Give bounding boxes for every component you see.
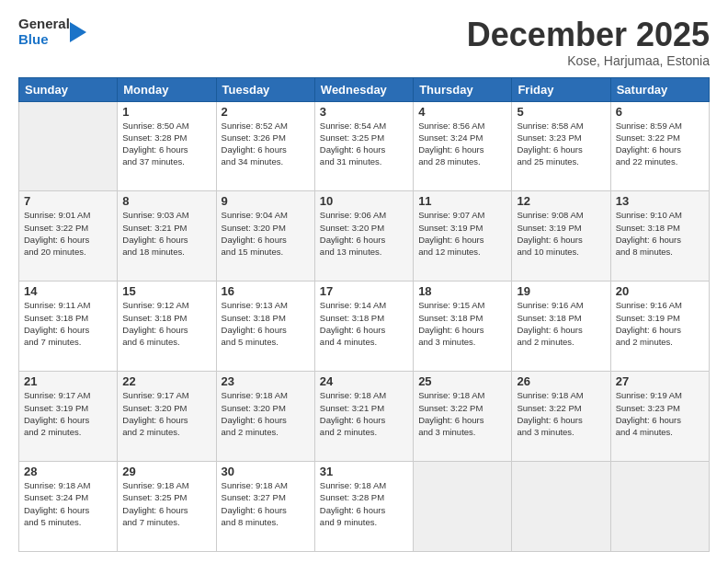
day-info: Sunrise: 9:16 AM Sunset: 3:19 PM Dayligh…: [616, 299, 704, 348]
day-info: Sunrise: 9:18 AM Sunset: 3:22 PM Dayligh…: [418, 389, 506, 438]
calendar-cell: 2Sunrise: 8:52 AM Sunset: 3:26 PM Daylig…: [216, 101, 314, 191]
day-info: Sunrise: 9:18 AM Sunset: 3:20 PM Dayligh…: [222, 389, 310, 438]
calendar-cell: 30Sunrise: 9:18 AM Sunset: 3:27 PM Dayli…: [216, 462, 314, 552]
weekday-header-sunday: Sunday: [19, 77, 118, 101]
calendar-cell: 8Sunrise: 9:03 AM Sunset: 3:21 PM Daylig…: [118, 191, 216, 282]
day-number: 20: [616, 284, 704, 298]
day-number: 17: [320, 284, 408, 298]
calendar-cell: 1Sunrise: 8:50 AM Sunset: 3:28 PM Daylig…: [118, 101, 216, 191]
day-number: 14: [24, 284, 112, 298]
calendar-cell: 17Sunrise: 9:14 AM Sunset: 3:18 PM Dayli…: [314, 282, 413, 372]
calendar-cell: 3Sunrise: 8:54 AM Sunset: 3:25 PM Daylig…: [314, 101, 413, 191]
calendar-cell: 4Sunrise: 8:56 AM Sunset: 3:24 PM Daylig…: [414, 101, 512, 191]
day-info: Sunrise: 8:52 AM Sunset: 3:26 PM Dayligh…: [222, 120, 310, 168]
calendar-cell: 18Sunrise: 9:15 AM Sunset: 3:18 PM Dayli…: [414, 282, 512, 372]
day-info: Sunrise: 9:12 AM Sunset: 3:18 PM Dayligh…: [122, 299, 210, 348]
day-number: 15: [122, 284, 210, 298]
calendar-cell: 29Sunrise: 9:18 AM Sunset: 3:25 PM Dayli…: [118, 462, 216, 552]
month-title: December 2025: [467, 17, 710, 53]
day-info: Sunrise: 9:18 AM Sunset: 3:28 PM Dayligh…: [320, 479, 408, 528]
calendar-cell: 16Sunrise: 9:13 AM Sunset: 3:18 PM Dayli…: [216, 282, 314, 372]
day-info: Sunrise: 9:17 AM Sunset: 3:20 PM Dayligh…: [122, 389, 210, 438]
day-number: 23: [222, 374, 310, 388]
calendar-cell: [610, 462, 709, 552]
day-info: Sunrise: 9:06 AM Sunset: 3:20 PM Dayligh…: [320, 209, 408, 258]
day-number: 2: [222, 105, 310, 119]
day-number: 1: [122, 105, 210, 119]
day-number: 19: [517, 284, 605, 298]
day-number: 12: [517, 194, 605, 208]
page: General Blue December 2025 Kose, Harjuma…: [0, 0, 728, 563]
day-number: 29: [122, 465, 210, 478]
weekday-header-wednesday: Wednesday: [314, 77, 413, 101]
day-number: 21: [24, 374, 112, 388]
calendar-cell: [512, 462, 610, 552]
calendar-cell: 22Sunrise: 9:17 AM Sunset: 3:20 PM Dayli…: [118, 372, 216, 462]
day-info: Sunrise: 9:16 AM Sunset: 3:18 PM Dayligh…: [517, 299, 605, 348]
day-number: 13: [616, 194, 704, 208]
calendar-cell: 6Sunrise: 8:59 AM Sunset: 3:22 PM Daylig…: [610, 101, 709, 191]
weekday-header-friday: Friday: [512, 77, 610, 101]
day-info: Sunrise: 9:03 AM Sunset: 3:21 PM Dayligh…: [122, 209, 210, 258]
day-info: Sunrise: 9:17 AM Sunset: 3:19 PM Dayligh…: [24, 389, 112, 438]
weekday-header-monday: Monday: [118, 77, 216, 101]
day-number: 27: [616, 374, 704, 388]
day-info: Sunrise: 9:18 AM Sunset: 3:24 PM Dayligh…: [24, 479, 112, 528]
day-number: 11: [418, 194, 506, 208]
weekday-header-tuesday: Tuesday: [216, 77, 314, 101]
weekday-row: SundayMondayTuesdayWednesdayThursdayFrid…: [19, 77, 710, 101]
day-number: 16: [222, 284, 310, 298]
calendar-cell: 12Sunrise: 9:08 AM Sunset: 3:19 PM Dayli…: [512, 191, 610, 282]
logo-line2: Blue: [18, 32, 70, 48]
day-info: Sunrise: 9:07 AM Sunset: 3:19 PM Dayligh…: [418, 209, 506, 258]
calendar-cell: 26Sunrise: 9:18 AM Sunset: 3:22 PM Dayli…: [512, 372, 610, 462]
calendar-week-4: 21Sunrise: 9:17 AM Sunset: 3:19 PM Dayli…: [19, 372, 710, 462]
day-info: Sunrise: 8:50 AM Sunset: 3:28 PM Dayligh…: [122, 120, 210, 168]
day-info: Sunrise: 9:08 AM Sunset: 3:19 PM Dayligh…: [517, 209, 605, 258]
calendar-table: SundayMondayTuesdayWednesdayThursdayFrid…: [18, 77, 710, 552]
day-number: 24: [320, 374, 408, 388]
calendar-cell: 11Sunrise: 9:07 AM Sunset: 3:19 PM Dayli…: [414, 191, 512, 282]
calendar-cell: 5Sunrise: 8:58 AM Sunset: 3:23 PM Daylig…: [512, 101, 610, 191]
day-number: 10: [320, 194, 408, 208]
day-number: 5: [517, 105, 605, 119]
day-number: 3: [320, 105, 408, 119]
logo: General Blue: [18, 17, 86, 47]
day-info: Sunrise: 9:19 AM Sunset: 3:23 PM Dayligh…: [616, 389, 704, 438]
day-number: 6: [616, 105, 704, 119]
calendar-week-2: 7Sunrise: 9:01 AM Sunset: 3:22 PM Daylig…: [19, 191, 710, 282]
day-info: Sunrise: 8:59 AM Sunset: 3:22 PM Dayligh…: [616, 120, 704, 168]
day-info: Sunrise: 9:04 AM Sunset: 3:20 PM Dayligh…: [222, 209, 310, 258]
calendar-week-1: 1Sunrise: 8:50 AM Sunset: 3:28 PM Daylig…: [19, 101, 710, 191]
calendar-cell: 24Sunrise: 9:18 AM Sunset: 3:21 PM Dayli…: [314, 372, 413, 462]
day-info: Sunrise: 9:18 AM Sunset: 3:21 PM Dayligh…: [320, 389, 408, 438]
calendar-cell: 15Sunrise: 9:12 AM Sunset: 3:18 PM Dayli…: [118, 282, 216, 372]
location-subtitle: Kose, Harjumaa, Estonia: [467, 53, 710, 68]
calendar-cell: 27Sunrise: 9:19 AM Sunset: 3:23 PM Dayli…: [610, 372, 709, 462]
calendar-header: SundayMondayTuesdayWednesdayThursdayFrid…: [19, 77, 710, 101]
calendar-cell: 9Sunrise: 9:04 AM Sunset: 3:20 PM Daylig…: [216, 191, 314, 282]
day-info: Sunrise: 9:11 AM Sunset: 3:18 PM Dayligh…: [24, 299, 112, 348]
day-number: 9: [222, 194, 310, 208]
day-number: 31: [320, 465, 408, 478]
calendar-cell: 31Sunrise: 9:18 AM Sunset: 3:28 PM Dayli…: [314, 462, 413, 552]
day-number: 18: [418, 284, 506, 298]
calendar-cell: [414, 462, 512, 552]
weekday-header-saturday: Saturday: [610, 77, 709, 101]
logo-line1: General: [18, 17, 70, 32]
day-number: 7: [24, 194, 112, 208]
weekday-header-thursday: Thursday: [414, 77, 512, 101]
header: General Blue December 2025 Kose, Harjuma…: [18, 17, 710, 68]
title-block: December 2025 Kose, Harjumaa, Estonia: [467, 17, 710, 68]
calendar-cell: 20Sunrise: 9:16 AM Sunset: 3:19 PM Dayli…: [610, 282, 709, 372]
day-info: Sunrise: 9:15 AM Sunset: 3:18 PM Dayligh…: [418, 299, 506, 348]
day-info: Sunrise: 9:18 AM Sunset: 3:25 PM Dayligh…: [122, 479, 210, 528]
day-info: Sunrise: 8:56 AM Sunset: 3:24 PM Dayligh…: [418, 120, 506, 168]
calendar-cell: 13Sunrise: 9:10 AM Sunset: 3:18 PM Dayli…: [610, 191, 709, 282]
calendar-cell: 7Sunrise: 9:01 AM Sunset: 3:22 PM Daylig…: [19, 191, 118, 282]
day-number: 26: [517, 374, 605, 388]
calendar-week-3: 14Sunrise: 9:11 AM Sunset: 3:18 PM Dayli…: [19, 282, 710, 372]
calendar-cell: 19Sunrise: 9:16 AM Sunset: 3:18 PM Dayli…: [512, 282, 610, 372]
svg-marker-0: [70, 22, 86, 42]
calendar-cell: 23Sunrise: 9:18 AM Sunset: 3:20 PM Dayli…: [216, 372, 314, 462]
